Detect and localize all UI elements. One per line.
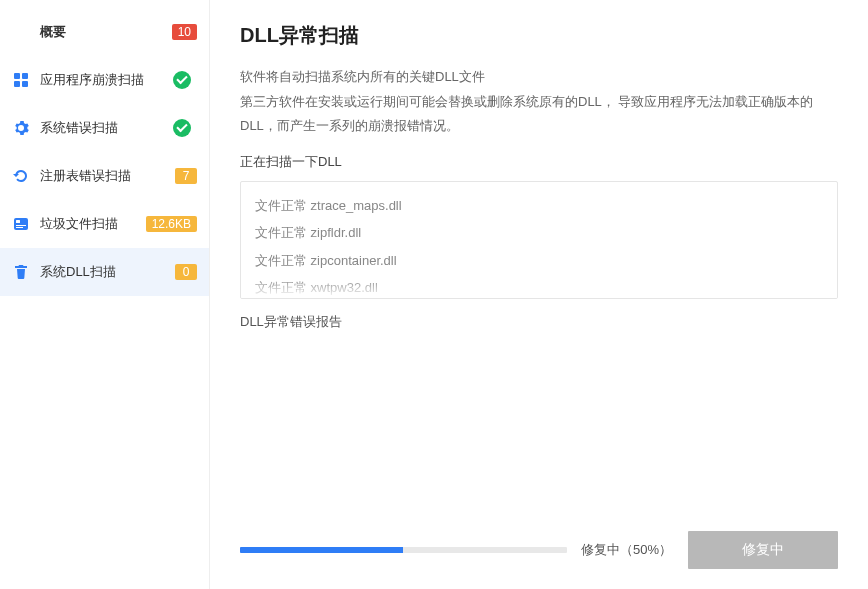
repair-button[interactable]: 修复中 xyxy=(688,531,838,569)
sidebar-item-junk[interactable]: 垃圾文件扫描 12.6KB xyxy=(0,200,209,248)
badge-size: 12.6KB xyxy=(146,216,197,232)
grid-icon xyxy=(12,71,30,89)
svg-rect-0 xyxy=(14,73,20,79)
check-icon xyxy=(173,71,191,89)
badge-count: 10 xyxy=(172,24,197,40)
page-title: DLL异常扫描 xyxy=(240,22,838,49)
refresh-icon xyxy=(12,167,30,185)
description-line-2: 第三方软件在安装或运行期间可能会替换或删除系统原有的DLL， 导致应用程序无法加… xyxy=(240,90,838,139)
description-line-1: 软件将自动扫描系统内所有的关键DLL文件 xyxy=(240,65,838,90)
sidebar-item-label: 注册表错误扫描 xyxy=(40,167,175,185)
sidebar-item-label: 垃圾文件扫描 xyxy=(40,215,146,233)
check-icon xyxy=(173,119,191,137)
trash-icon xyxy=(12,263,30,281)
main-panel: DLL异常扫描 软件将自动扫描系统内所有的关键DLL文件 第三方软件在安装或运行… xyxy=(210,0,868,589)
sidebar-item-label: 系统DLL扫描 xyxy=(40,263,175,281)
list-item: 文件正常 zipfldr.dll xyxy=(255,219,823,246)
svg-rect-1 xyxy=(22,73,28,79)
progress: 修复中（50%） xyxy=(240,541,672,559)
svg-rect-3 xyxy=(22,81,28,87)
list-item: 文件正常 xwtpw32.dll xyxy=(255,274,823,299)
svg-rect-5 xyxy=(16,220,20,223)
svg-rect-7 xyxy=(16,227,23,228)
progress-text: 修复中（50%） xyxy=(581,541,672,559)
footer: 修复中（50%） 修复中 xyxy=(240,531,838,589)
sidebar-item-registry[interactable]: 注册表错误扫描 7 xyxy=(0,152,209,200)
gear-icon xyxy=(12,119,30,137)
blank-icon xyxy=(12,23,30,41)
progress-fill xyxy=(240,547,403,553)
sidebar-item-system-error[interactable]: 系统错误扫描 xyxy=(0,104,209,152)
report-title: DLL异常错误报告 xyxy=(240,313,838,331)
svg-rect-6 xyxy=(16,225,26,226)
sidebar-item-label: 应用程序崩溃扫描 xyxy=(40,71,167,89)
svg-rect-2 xyxy=(14,81,20,87)
badge-check xyxy=(167,70,197,90)
sidebar-item-dll[interactable]: 系统DLL扫描 0 xyxy=(0,248,209,296)
disk-icon xyxy=(12,215,30,233)
scan-status: 正在扫描一下DLL xyxy=(240,153,838,171)
scan-result-list: 文件正常 ztrace_maps.dll 文件正常 zipfldr.dll 文件… xyxy=(240,181,838,299)
progress-bar xyxy=(240,547,567,553)
svg-rect-4 xyxy=(14,218,28,230)
sidebar-item-label: 系统错误扫描 xyxy=(40,119,167,137)
badge-count: 7 xyxy=(175,168,197,184)
sidebar-item-overview[interactable]: 概要 10 xyxy=(0,8,209,56)
badge-check xyxy=(167,118,197,138)
list-item: 文件正常 zipcontainer.dll xyxy=(255,247,823,274)
badge-count: 0 xyxy=(175,264,197,280)
sidebar-item-label: 概要 xyxy=(40,23,172,41)
sidebar: 概要 10 应用程序崩溃扫描 系统错误扫描 注册表错误扫描 7 垃圾文件扫描 1… xyxy=(0,0,210,589)
sidebar-item-app-crash[interactable]: 应用程序崩溃扫描 xyxy=(0,56,209,104)
list-item: 文件正常 ztrace_maps.dll xyxy=(255,192,823,219)
